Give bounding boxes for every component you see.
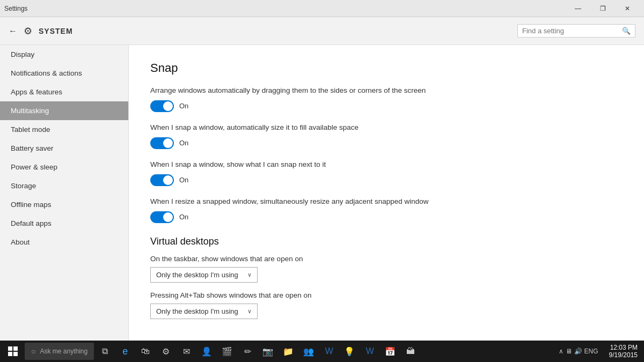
alttab-dropdown-wrapper: Pressing Alt+Tab shows windows that are … xyxy=(150,291,623,319)
taskbar-sys-icons[interactable]: ∧ 🖥 🔊 ENG xyxy=(555,341,602,362)
lang-label: ENG xyxy=(584,348,598,355)
taskbar-right: ∧ 🖥 🔊 ENG 12:03 PM 9/19/2015 xyxy=(555,341,642,362)
mail-icon[interactable]: ✉ xyxy=(177,341,196,362)
word-icon[interactable]: W xyxy=(319,341,339,362)
snap-label-1: Arrange windows automatically by draggin… xyxy=(150,86,623,96)
taskbar-dropdown-label: On the taskbar, show windows that are op… xyxy=(150,255,623,263)
close-button[interactable]: ✕ xyxy=(615,0,640,17)
volume-icon: 🔊 xyxy=(574,348,582,355)
header: ← ⚙ SYSTEM 🔍 xyxy=(0,17,644,45)
sidebar-item-default-apps[interactable]: Default apps xyxy=(0,214,128,233)
people-icon[interactable]: 👤 xyxy=(197,341,216,362)
snap-toggle-row-1: On xyxy=(150,100,623,112)
snap-toggle-label-3: On xyxy=(179,176,188,184)
sidebar-item-offline-maps[interactable]: Offline maps xyxy=(0,195,128,214)
taskbar-clock[interactable]: 12:03 PM 9/19/2015 xyxy=(605,341,642,362)
search-input[interactable] xyxy=(522,27,622,35)
sidebar-item-tablet[interactable]: Tablet mode xyxy=(0,120,128,139)
sidebar: Display Notifications & actions Apps & f… xyxy=(0,45,129,341)
photo-icon[interactable]: 🏔 xyxy=(401,341,420,362)
taskbar-search-text: Ask me anything xyxy=(40,348,87,355)
snap-setting-2: When I snap a window, automatically size… xyxy=(150,123,623,149)
search-box: 🔍 xyxy=(517,24,635,38)
snap-toggle-row-4: On xyxy=(150,211,623,223)
folder-icon[interactable]: 📁 xyxy=(279,341,298,362)
title-bar-title: Settings xyxy=(4,5,27,12)
network-icon: 🖥 xyxy=(566,348,572,355)
sidebar-item-apps[interactable]: Apps & features xyxy=(0,83,128,101)
snap-setting-1: Arrange windows automatically by draggin… xyxy=(150,86,623,112)
date-display: 9/19/2015 xyxy=(609,351,638,359)
snap-toggle-4[interactable] xyxy=(150,211,174,223)
taskbar-dropdown-value: Only the desktop I'm using xyxy=(156,271,238,279)
time-display: 12:03 PM xyxy=(610,344,638,351)
snap-toggle-label-4: On xyxy=(179,213,188,221)
snap-title: Snap xyxy=(150,61,623,75)
sidebar-item-multitasking[interactable]: Multitasking xyxy=(0,101,128,120)
snap-toggle-2[interactable] xyxy=(150,137,174,149)
windows-icon xyxy=(8,346,18,356)
snap-label-4: When I resize a snapped window, simultan… xyxy=(150,197,623,207)
pen-icon[interactable]: ✏ xyxy=(238,341,257,362)
snap-toggle-row-2: On xyxy=(150,137,623,149)
sidebar-item-about[interactable]: About xyxy=(0,233,128,252)
up-arrow-icon: ∧ xyxy=(559,348,564,355)
snap-toggle-3[interactable] xyxy=(150,174,174,186)
snap-toggle-row-3: On xyxy=(150,174,623,186)
sidebar-item-display[interactable]: Display xyxy=(0,45,128,64)
title-bar: Settings — ❐ ✕ xyxy=(0,0,644,17)
taskbar-dropdown-wrapper: On the taskbar, show windows that are op… xyxy=(150,255,623,283)
snap-setting-3: When I snap a window, show what I can sn… xyxy=(150,160,623,186)
header-left: ← ⚙ SYSTEM xyxy=(9,25,73,37)
taskbar-dropdown[interactable]: Only the desktop I'm using ∨ xyxy=(150,267,258,283)
alttab-dropdown-label: Pressing Alt+Tab shows windows that are … xyxy=(150,291,623,299)
start-button[interactable] xyxy=(2,341,24,362)
search-icon: 🔍 xyxy=(622,27,631,35)
store-icon[interactable]: 🛍 xyxy=(136,341,155,362)
sidebar-item-battery[interactable]: Battery saver xyxy=(0,139,128,158)
edge-icon[interactable]: e xyxy=(115,341,135,362)
calendar-icon[interactable]: 📅 xyxy=(380,341,400,362)
title-bar-left: Settings xyxy=(4,5,27,12)
taskbar: ○ Ask me anything ⧉ e 🛍 ⚙ ✉ 👤 🎬 ✏ 📷 📁 👥 … xyxy=(0,341,644,362)
main-layout: Display Notifications & actions Apps & f… xyxy=(0,45,644,341)
minimize-button[interactable]: — xyxy=(566,0,590,17)
taskbar-left: ○ Ask me anything ⧉ e 🛍 ⚙ ✉ 👤 🎬 ✏ 📷 📁 👥 … xyxy=(2,341,420,362)
snap-label-3: When I snap a window, show what I can sn… xyxy=(150,160,623,170)
system-label: SYSTEM xyxy=(39,27,73,35)
snap-label-2: When I snap a window, automatically size… xyxy=(150,123,623,133)
bulb-icon[interactable]: 💡 xyxy=(340,341,359,362)
alttab-dropdown[interactable]: Only the desktop I'm using ∨ xyxy=(150,304,258,319)
sidebar-item-storage[interactable]: Storage xyxy=(0,176,128,195)
snap-toggle-label-2: On xyxy=(179,139,188,147)
sidebar-item-notifications[interactable]: Notifications & actions xyxy=(0,64,128,83)
gear-icon: ⚙ xyxy=(24,25,32,37)
snap-toggle-1[interactable] xyxy=(150,100,174,112)
taskbar-dropdown-arrow: ∨ xyxy=(247,271,252,278)
task-view-icon[interactable]: ⧉ xyxy=(95,341,114,362)
content: Snap Arrange windows automatically by dr… xyxy=(129,45,644,341)
taskbar-search[interactable]: ○ Ask me anything xyxy=(25,343,94,360)
media-icon[interactable]: 🎬 xyxy=(217,341,237,362)
title-bar-controls: — ❐ ✕ xyxy=(566,0,640,17)
camera-icon[interactable]: 📷 xyxy=(258,341,277,362)
search-circle-icon: ○ xyxy=(31,347,35,356)
alttab-dropdown-arrow: ∨ xyxy=(247,308,252,315)
settings-icon[interactable]: ⚙ xyxy=(156,341,175,362)
virtual-desktops-title: Virtual desktops xyxy=(150,236,623,247)
sidebar-item-power[interactable]: Power & sleep xyxy=(0,158,128,176)
alttab-dropdown-value: Only the desktop I'm using xyxy=(156,307,238,315)
maximize-button[interactable]: ❐ xyxy=(590,0,615,17)
user2-icon[interactable]: 👥 xyxy=(299,341,318,362)
word2-icon[interactable]: W xyxy=(360,341,379,362)
back-button[interactable]: ← xyxy=(9,26,17,36)
snap-setting-4: When I resize a snapped window, simultan… xyxy=(150,197,623,223)
snap-toggle-label-1: On xyxy=(179,102,188,110)
